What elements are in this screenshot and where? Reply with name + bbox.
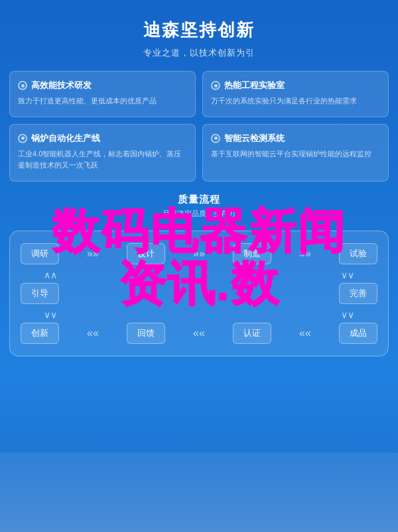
process-row-2: 引导 完善 <box>21 283 377 304</box>
spacer-2 <box>230 270 268 280</box>
header-section: 迪森坚持创新 专业之道，以技术创新为引 <box>0 0 398 71</box>
spacer-3 <box>130 309 168 320</box>
middle-title: 质量流程 <box>9 193 389 206</box>
arrow-left-3: «« <box>299 327 311 339</box>
feature-card-4: 智能云检测系统 基于互联网的智能云平台实现锅炉性能的远程监控 <box>202 124 389 182</box>
process-row-1: 调研 »» 设计 »» 制造 »» 试验 <box>21 243 377 264</box>
step-feedback: 回馈 <box>127 323 165 344</box>
up-arrow-left: ∧∧ <box>31 270 70 280</box>
arrow-left-2: «« <box>193 327 205 339</box>
step-product: 成品 <box>339 323 377 344</box>
feature-title-2: 热能工程实验室 <box>224 80 285 91</box>
feature-desc-2: 万千次的系统实验只为满足各行业的热能需求 <box>211 95 380 107</box>
feature-card-2: 热能工程实验室 万千次的系统实验只为满足各行业的热能需求 <box>202 71 389 117</box>
feature-title-3: 锅炉自动化生产线 <box>31 133 100 144</box>
arrow-left-1: «« <box>87 327 99 339</box>
process-row-3: 创新 «« 回馈 «« 认证 «« 成品 <box>21 323 377 344</box>
spacer-1 <box>130 270 168 280</box>
step-improve: 完善 <box>339 283 377 304</box>
process-box: 调研 »» 设计 »» 制造 »» 试验 ∧∧ ∨∨ 引导 完善 ∨∨ ∨∨ <box>9 231 389 356</box>
step-survey: 调研 <box>21 243 59 264</box>
down-arrow-right: ∨∨ <box>328 270 367 280</box>
step-innovate: 创新 <box>21 323 59 344</box>
features-grid: 高效能技术研发 致力于打造更高性能、更低成本的优质产品 热能工程实验室 万千次的… <box>0 71 398 182</box>
feature-card-1: 高效能技术研发 致力于打造更高性能、更低成本的优质产品 <box>9 71 196 117</box>
step-design: 设计 <box>127 243 165 264</box>
feature-desc-1: 致力于打造更高性能、更低成本的优质产品 <box>18 95 187 107</box>
bottom-bg <box>0 452 398 532</box>
feature-title-row-4: 智能云检测系统 <box>211 133 380 144</box>
page-wrapper: 迪森坚持创新 专业之道，以技术创新为引 高效能技术研发 致力于打造更高性能、更低… <box>0 0 398 532</box>
feature-title-4: 智能云检测系统 <box>224 133 285 144</box>
down-arrow-right2: ∨∨ <box>328 309 367 320</box>
feature-desc-4: 基于互联网的智能云平台实现锅炉性能的远程监控 <box>211 148 380 160</box>
step-manufacture: 制造 <box>233 243 271 264</box>
feature-dot-2 <box>211 81 220 90</box>
step-test: 试验 <box>339 243 377 264</box>
spacer-4 <box>230 309 268 320</box>
feature-dot-3 <box>18 134 27 143</box>
feature-dot-4 <box>211 134 220 143</box>
feature-title-row-1: 高效能技术研发 <box>18 80 187 91</box>
down-arrow-left: ∨∨ <box>31 309 70 320</box>
arrow-3: »» <box>299 248 311 260</box>
vert-row-1: ∧∧ ∨∨ <box>21 270 377 280</box>
feature-dot-1 <box>18 81 27 90</box>
feature-title-row-2: 热能工程实验室 <box>211 80 380 91</box>
vert-row-2: ∨∨ ∨∨ <box>21 309 377 320</box>
feature-title-1: 高效能技术研发 <box>31 80 92 91</box>
main-title: 迪森坚持创新 <box>13 19 385 42</box>
feature-title-row-3: 锅炉自动化生产线 <box>18 133 187 144</box>
step-certify: 认证 <box>233 323 271 344</box>
middle-sub: 品质决定品质，生存力 <box>9 209 389 219</box>
middle-section: 质量流程 品质决定品质，生存力 <box>0 188 398 223</box>
arrow-1: »» <box>87 248 99 260</box>
step-guide: 引导 <box>21 283 59 304</box>
sub-title: 专业之道，以技术创新为引 <box>13 47 385 59</box>
feature-card-3: 锅炉自动化生产线 工业4.0智能机器人生产线，标志着国内锅炉、蒸压釜制造技术的又… <box>9 124 196 182</box>
feature-desc-3: 工业4.0智能机器人生产线，标志着国内锅炉、蒸压釜制造技术的又一次飞跃 <box>18 148 187 172</box>
arrow-2: »» <box>193 248 205 260</box>
